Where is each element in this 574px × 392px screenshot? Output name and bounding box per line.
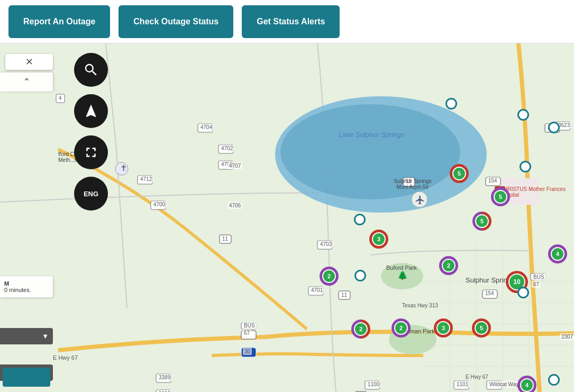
lang-label: ENG	[84, 190, 98, 198]
search-button[interactable]	[74, 53, 108, 87]
svg-rect-31	[317, 241, 332, 249]
svg-rect-21	[486, 177, 500, 186]
svg-rect-27	[218, 145, 233, 153]
svg-rect-25	[241, 331, 256, 339]
dot-marker-1[interactable]	[445, 98, 457, 110]
dropdown-1-arrow: ▼	[42, 332, 49, 340]
church-icon: ✝	[118, 162, 129, 173]
svg-rect-38	[487, 381, 502, 389]
svg-rect-33	[56, 94, 65, 103]
svg-rect-35	[156, 390, 171, 392]
svg-rect-18	[339, 291, 350, 299]
info-text-2: 0 minutes.	[4, 287, 49, 293]
svg-rect-32	[308, 287, 323, 295]
bottom-action-button[interactable]	[3, 368, 50, 387]
svg-rect-22	[482, 290, 497, 298]
cluster-marker-3-red[interactable]: 3	[369, 230, 388, 249]
fullscreen-button[interactable]	[74, 135, 108, 169]
svg-rect-24	[241, 348, 256, 357]
svg-point-2	[280, 104, 460, 199]
dropdown-1[interactable]: ▼	[0, 328, 53, 344]
svg-rect-40	[241, 323, 256, 329]
close-icon: ✕	[25, 56, 33, 68]
cluster-marker-2-purple-2[interactable]: 2	[320, 267, 339, 286]
cluster-marker-5-combo[interactable]: 5	[472, 212, 491, 231]
sidebar-collapse-button[interactable]: ⌃	[0, 72, 53, 92]
svg-rect-29	[138, 176, 152, 184]
dot-marker-4[interactable]	[520, 161, 531, 172]
svg-rect-36	[365, 381, 380, 389]
cluster-marker-5-purple[interactable]: 5	[491, 187, 510, 206]
get-status-alerts-button[interactable]: Get Status Alerts	[242, 5, 340, 38]
search-icon	[83, 62, 99, 78]
cluster-marker-4-purple[interactable]: 4	[548, 244, 567, 263]
language-button[interactable]: ENG	[74, 177, 108, 211]
close-button[interactable]: ✕	[5, 54, 53, 70]
dot-marker-2[interactable]	[517, 109, 529, 121]
airport-icon	[414, 194, 426, 206]
info-box-1: M 0 minutes.	[0, 276, 53, 297]
cluster-marker-2-purple-3[interactable]: 2	[391, 318, 411, 338]
cluster-marker-5-red-2[interactable]: 5	[472, 318, 491, 338]
check-outage-status-button[interactable]: Check Outage Status	[119, 5, 233, 38]
svg-rect-28	[218, 161, 233, 169]
dot-marker-6[interactable]	[354, 270, 366, 281]
cluster-marker-4-purple-2[interactable]: 4	[517, 376, 536, 392]
fullscreen-icon	[83, 144, 99, 160]
dot-marker-8[interactable]	[548, 374, 560, 386]
header: Report An Outage Check Outage Status Get…	[0, 0, 574, 43]
chevron-up-icon: ⌃	[23, 76, 31, 88]
cluster-marker-2-purple-1[interactable]: 2	[439, 256, 458, 275]
cluster-marker-2-combo[interactable]: 2	[351, 320, 370, 339]
cluster-marker-5-red-1[interactable]: 5	[450, 164, 469, 183]
map-area[interactable]: 4704 4702 4705 4712 4700 4707 4703 4706 …	[0, 43, 574, 392]
park-icon: 🌲	[397, 270, 408, 280]
dot-marker-7[interactable]	[517, 287, 529, 298]
svg-rect-20	[403, 178, 415, 186]
dot-marker-3[interactable]	[548, 122, 560, 133]
dot-marker-5[interactable]	[354, 214, 366, 225]
svg-rect-34	[156, 374, 171, 382]
navigate-button[interactable]	[74, 94, 108, 128]
navigate-icon	[83, 103, 99, 119]
info-text-1: M	[4, 280, 49, 287]
svg-rect-30	[151, 201, 166, 209]
svg-rect-37	[454, 381, 469, 389]
cluster-marker-3-red-2[interactable]: 3	[434, 318, 453, 338]
svg-rect-26	[198, 124, 213, 132]
report-outage-button[interactable]: Report An Outage	[8, 5, 110, 38]
svg-rect-41	[531, 274, 545, 280]
svg-rect-17	[220, 235, 231, 243]
